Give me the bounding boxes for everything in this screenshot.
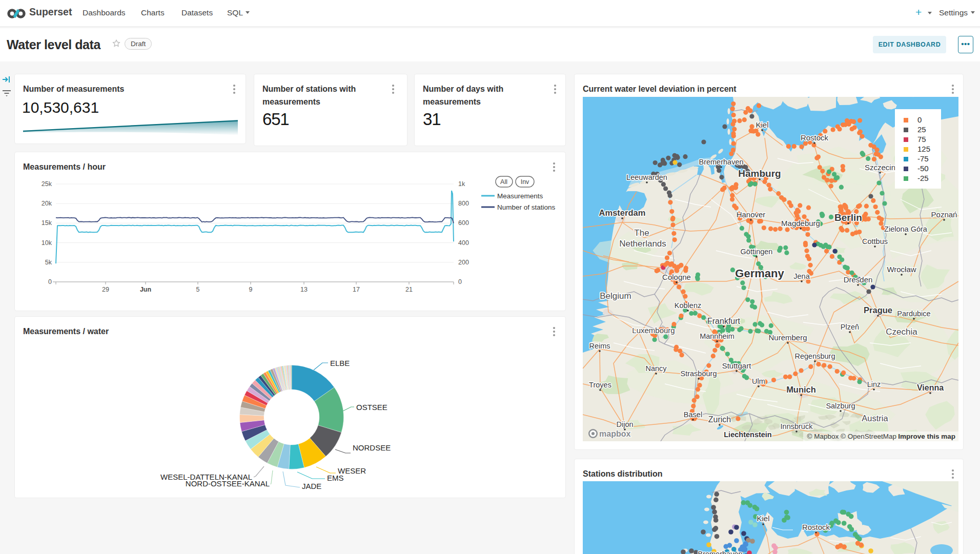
svg-text:Basel: Basel: [684, 411, 702, 419]
svg-text:Measurements: Measurements: [497, 192, 543, 200]
svg-text:Wrocław: Wrocław: [887, 265, 916, 274]
svg-text:Bremerhaven: Bremerhaven: [698, 550, 742, 554]
svg-text:Berlin: Berlin: [834, 212, 862, 223]
svg-text:Göttingen: Göttingen: [741, 248, 773, 256]
svg-text:Vienna: Vienna: [917, 383, 944, 392]
svg-text:20k: 20k: [42, 200, 52, 207]
svg-text:Mannheim: Mannheim: [700, 332, 734, 340]
svg-text:Czechia: Czechia: [886, 327, 917, 337]
svg-text:Magdeburg: Magdeburg: [781, 219, 820, 228]
svg-text:Hanover: Hanover: [737, 210, 766, 219]
svg-text:200: 200: [458, 259, 469, 266]
svg-text:Liechtenstein: Liechtenstein: [724, 430, 771, 439]
svg-text:400: 400: [458, 239, 469, 247]
svg-text:Troyes: Troyes: [589, 381, 611, 389]
svg-text:Nancy: Nancy: [645, 364, 667, 373]
svg-text:5: 5: [196, 286, 200, 293]
svg-text:NORDSEE: NORDSEE: [353, 443, 391, 452]
svg-text:Number of stations: Number of stations: [497, 203, 556, 211]
svg-text:0: 0: [917, 115, 922, 124]
svg-text:13: 13: [300, 286, 308, 293]
svg-text:600: 600: [458, 219, 469, 227]
svg-text:Jun: Jun: [140, 286, 151, 293]
svg-text:Leeuwarden: Leeuwarden: [626, 173, 667, 181]
svg-text:mapbox: mapbox: [599, 429, 630, 438]
svg-text:25k: 25k: [42, 180, 52, 188]
svg-text:Kiel: Kiel: [757, 514, 769, 523]
svg-text:1k: 1k: [458, 180, 465, 188]
svg-text:Munich: Munich: [786, 385, 816, 394]
svg-text:125: 125: [917, 145, 930, 153]
svg-text:Regensburg: Regensburg: [795, 352, 835, 360]
svg-text:OSTSEE: OSTSEE: [356, 403, 387, 412]
svg-text:© Mapbox © OpenStreetMap: © Mapbox © OpenStreetMap: [807, 433, 896, 440]
svg-text:Dresden: Dresden: [844, 275, 873, 284]
svg-text:Salzburg: Salzburg: [826, 402, 855, 410]
svg-text:Plzeň: Plzeň: [841, 323, 859, 331]
svg-text:Rostock: Rostock: [802, 523, 830, 531]
svg-text:29: 29: [102, 286, 109, 293]
svg-text:17: 17: [353, 286, 360, 293]
svg-text:Inv: Inv: [521, 178, 529, 186]
svg-text:-50: -50: [917, 164, 929, 173]
svg-text:Improve this map: Improve this map: [898, 433, 955, 440]
svg-text:Austria: Austria: [862, 414, 888, 423]
svg-text:Hamburg: Hamburg: [738, 168, 781, 179]
svg-text:15k: 15k: [42, 219, 52, 227]
svg-text:Stuttgart: Stuttgart: [722, 361, 752, 370]
svg-text:75: 75: [917, 135, 926, 143]
svg-text:800: 800: [458, 200, 469, 207]
svg-text:0: 0: [48, 278, 52, 285]
svg-text:5k: 5k: [45, 259, 52, 266]
svg-text:JADE: JADE: [302, 482, 321, 490]
svg-text:Zurich: Zurich: [708, 415, 731, 424]
svg-text:Prague: Prague: [864, 305, 892, 315]
svg-text:WESEL-DATTELN-KANAL: WESEL-DATTELN-KANAL: [160, 473, 252, 481]
svg-text:Innsbruck: Innsbruck: [781, 422, 813, 430]
svg-text:Szczecin: Szczecin: [865, 163, 895, 172]
svg-text:Belgium: Belgium: [600, 291, 631, 301]
svg-text:Pardubice: Pardubice: [897, 310, 930, 318]
svg-text:Rostock: Rostock: [801, 133, 829, 142]
svg-text:Cottbus: Cottbus: [862, 237, 888, 245]
svg-text:All: All: [500, 178, 507, 186]
svg-text:Zielona Góra: Zielona Góra: [884, 225, 928, 233]
svg-text:Nuremberg: Nuremberg: [768, 333, 807, 342]
svg-text:Germany: Germany: [735, 267, 784, 280]
svg-text:Poznań: Poznań: [931, 210, 957, 219]
svg-text:25: 25: [917, 125, 926, 134]
svg-text:Cologne: Cologne: [662, 273, 691, 281]
svg-text:0: 0: [458, 278, 462, 285]
svg-text:10k: 10k: [42, 239, 52, 247]
svg-text:Frankfurt: Frankfurt: [707, 317, 741, 325]
svg-text:Koblenz: Koblenz: [675, 301, 701, 310]
svg-text:Dijon: Dijon: [616, 420, 633, 428]
svg-text:Luxembourg: Luxembourg: [632, 326, 675, 335]
svg-text:Ulm: Ulm: [752, 377, 765, 385]
svg-text:The: The: [634, 228, 649, 238]
svg-text:Strasbourg: Strasbourg: [681, 370, 717, 378]
svg-text:Reims: Reims: [589, 342, 610, 350]
svg-text:EMS: EMS: [327, 474, 344, 482]
svg-text:Jena: Jena: [793, 272, 810, 280]
svg-text:ELBE: ELBE: [330, 359, 350, 367]
svg-text:21: 21: [405, 286, 413, 293]
svg-text:-75: -75: [917, 154, 929, 163]
svg-text:Kiel: Kiel: [756, 120, 768, 129]
svg-text:Netherlands: Netherlands: [619, 239, 666, 249]
svg-text:Amsterdam: Amsterdam: [599, 208, 646, 217]
svg-text:9: 9: [249, 286, 253, 293]
svg-text:-25: -25: [917, 174, 929, 182]
svg-text:Bremerhaven: Bremerhaven: [699, 158, 743, 166]
svg-text:Linz: Linz: [867, 380, 881, 388]
